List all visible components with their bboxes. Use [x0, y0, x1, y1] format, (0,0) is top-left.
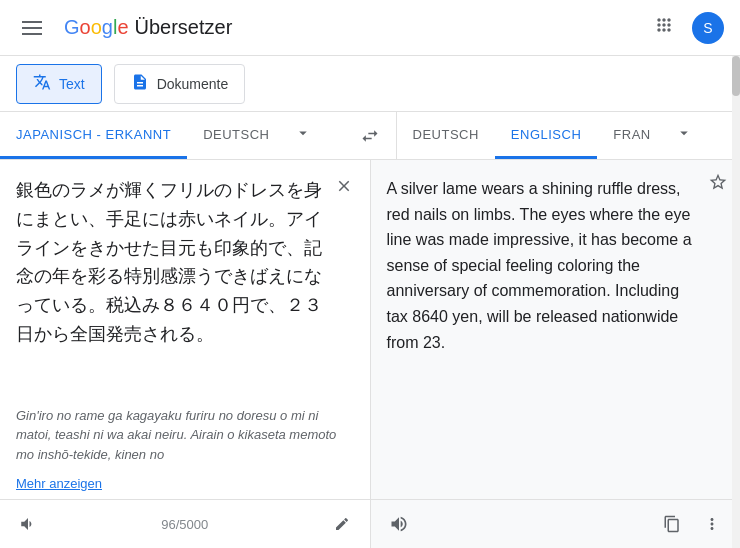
target-text-content: A silver lame wears a shining ruffle dre…: [387, 180, 692, 351]
google-logo: Google: [64, 16, 129, 39]
dokumente-button-label: Dokumente: [157, 76, 229, 92]
source-lang-section: JAPANISCH - ERKANNT DEUTSCH: [0, 113, 344, 159]
target-lang-section: DEUTSCH ENGLISCH FRAN: [397, 113, 741, 159]
source-lang-tab-deutsch[interactable]: DEUTSCH: [187, 113, 285, 159]
romanization-text: Gin'iro no rame ga kagayaku furiru no do…: [0, 398, 370, 473]
text-icon: [33, 73, 51, 95]
char-count: 96/5000: [52, 517, 318, 532]
edit-button[interactable]: [326, 508, 358, 540]
header: Google Übersetzer S: [0, 0, 740, 56]
header-right: S: [648, 9, 724, 46]
target-panel: A silver lame wears a shining ruffle dre…: [371, 160, 741, 548]
toolbar: Text Dokumente: [0, 56, 740, 112]
text-button-label: Text: [59, 76, 85, 92]
source-audio-button[interactable]: [12, 508, 44, 540]
clear-button[interactable]: [330, 172, 358, 200]
apps-icon[interactable]: [648, 9, 680, 46]
menu-icon[interactable]: [16, 15, 48, 41]
mehr-anzeigen-link[interactable]: Mehr anzeigen: [0, 472, 370, 499]
target-lang-tab-deutsch[interactable]: DEUTSCH: [397, 113, 495, 159]
target-footer: [371, 499, 741, 548]
target-lang-dropdown[interactable]: [667, 124, 701, 147]
favorite-button[interactable]: [708, 172, 728, 201]
header-left: Google Übersetzer: [16, 15, 232, 41]
source-text-content: 銀色のラメが輝くフリルのドレスを身にまとい、手足には赤いネイル。アイラインをきか…: [16, 180, 322, 344]
source-lang-dropdown[interactable]: [286, 124, 320, 147]
avatar[interactable]: S: [692, 12, 724, 44]
main-content: 銀色のラメが輝くフリルのドレスを身にまとい、手足には赤いネイル。アイラインをきか…: [0, 160, 740, 548]
target-text: A silver lame wears a shining ruffle dre…: [371, 160, 741, 499]
copy-button[interactable]: [656, 508, 688, 540]
target-audio-button[interactable]: [383, 508, 415, 540]
document-icon: [131, 73, 149, 95]
logo: Google Übersetzer: [64, 16, 232, 39]
target-lang-tab-fran[interactable]: FRAN: [597, 113, 666, 159]
more-options-button[interactable]: [696, 508, 728, 540]
target-lang-tab-englisch[interactable]: ENGLISCH: [495, 113, 597, 159]
swap-languages-button[interactable]: [344, 126, 396, 146]
source-panel: 銀色のラメが輝くフリルのドレスを身にまとい、手足には赤いネイル。アイラインをきか…: [0, 160, 371, 548]
scrollbar-thumb[interactable]: [732, 56, 740, 96]
dokumente-button[interactable]: Dokumente: [114, 64, 246, 104]
app-name: Übersetzer: [135, 16, 233, 39]
source-lang-tab[interactable]: JAPANISCH - ERKANNT: [0, 113, 187, 159]
source-footer: 96/5000: [0, 499, 370, 548]
text-button[interactable]: Text: [16, 64, 102, 104]
scrollbar-track: [732, 56, 740, 548]
source-text[interactable]: 銀色のラメが輝くフリルのドレスを身にまとい、手足には赤いネイル。アイラインをきか…: [0, 160, 370, 398]
language-bar: JAPANISCH - ERKANNT DEUTSCH DEUTSCH ENGL…: [0, 112, 740, 160]
